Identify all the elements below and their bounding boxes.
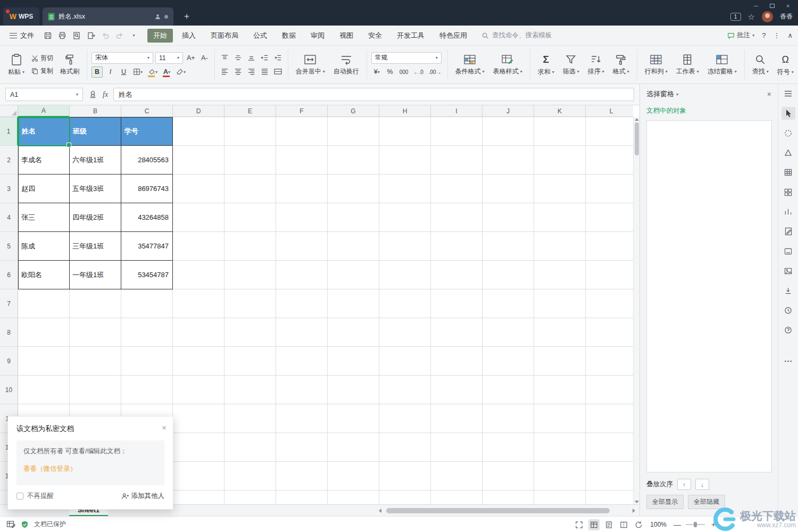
cell-D6[interactable] <box>173 261 225 289</box>
cell-D5[interactable] <box>173 232 225 261</box>
help-button[interactable]: ? <box>762 31 766 39</box>
cell-J7[interactable] <box>483 289 534 318</box>
cell-F4[interactable] <box>276 203 328 232</box>
cell-F5[interactable] <box>276 232 328 261</box>
cell-F6[interactable] <box>276 261 328 289</box>
cell-D4[interactable] <box>173 203 225 232</box>
download-button[interactable] <box>782 284 795 297</box>
tab-developer[interactable]: 开发工具 <box>391 29 430 43</box>
workspace-badge[interactable]: 1 <box>730 13 741 21</box>
cell-B6[interactable]: 一年级1班 <box>70 261 121 289</box>
cell-A6[interactable]: 欧阳名 <box>18 261 70 289</box>
file-menu-button[interactable]: 文件 <box>5 29 38 43</box>
cell-L2[interactable] <box>586 146 633 174</box>
cell-G12[interactable] <box>328 433 379 462</box>
cell-K9[interactable] <box>534 347 586 376</box>
cell-G5[interactable] <box>328 232 379 261</box>
user-avatar[interactable] <box>762 11 773 22</box>
image-button[interactable] <box>782 264 795 277</box>
cell-H10[interactable] <box>379 376 431 404</box>
number-format-select[interactable]: 常规▾ <box>371 52 442 64</box>
row-header-3[interactable]: 3 <box>0 174 18 203</box>
cell-H8[interactable] <box>379 318 431 347</box>
cell-C5[interactable]: 35477847 <box>121 232 173 261</box>
cell-H4[interactable] <box>379 203 431 232</box>
zoom-level[interactable]: 100% <box>650 521 667 528</box>
cell-C1[interactable]: 学号 <box>121 117 173 146</box>
cell-I11[interactable] <box>431 404 483 433</box>
maximize-button[interactable] <box>764 1 780 11</box>
align-right-button[interactable] <box>246 66 257 77</box>
scroll-up-icon[interactable] <box>635 118 639 121</box>
zoom-slider-thumb[interactable] <box>694 522 697 527</box>
cell-D13[interactable] <box>173 462 225 491</box>
cell-K3[interactable] <box>534 174 586 203</box>
cell-L5[interactable] <box>586 232 633 261</box>
cell-A3[interactable]: 赵四 <box>18 174 70 203</box>
cell-H2[interactable] <box>379 146 431 174</box>
cell-D14[interactable] <box>173 491 225 504</box>
redo-button[interactable] <box>113 29 126 41</box>
cell-L14[interactable] <box>586 491 633 504</box>
cell-I3[interactable] <box>431 174 483 203</box>
align-left-button[interactable] <box>219 66 230 77</box>
cut-button[interactable]: 剪切 <box>30 53 55 63</box>
cell-E10[interactable] <box>225 376 276 404</box>
cell-I10[interactable] <box>431 376 483 404</box>
cell-B3[interactable]: 五年级3班 <box>70 174 121 203</box>
scroll-left-icon[interactable] <box>379 509 381 513</box>
minimize-button[interactable]: ─ <box>748 1 764 11</box>
increase-font-button[interactable]: A+ <box>185 52 197 63</box>
print-preview-button[interactable] <box>70 29 82 41</box>
new-tab-button[interactable]: + <box>181 11 193 22</box>
cell-B10[interactable] <box>70 376 121 404</box>
cell-H1[interactable] <box>379 117 431 146</box>
vertical-scrollbar[interactable] <box>633 117 639 504</box>
save-button[interactable] <box>41 29 54 41</box>
cell-J10[interactable] <box>483 376 534 404</box>
cell-F3[interactable] <box>276 174 328 203</box>
font-name-select[interactable]: 宋体▾ <box>92 52 153 64</box>
cell-H12[interactable] <box>379 433 431 462</box>
decrease-font-button[interactable]: A- <box>199 52 210 63</box>
underline-button[interactable]: U <box>118 66 129 78</box>
cell-L13[interactable] <box>586 462 633 491</box>
row-header-5[interactable]: 5 <box>0 232 18 261</box>
currency-format-button[interactable]: ¥▾ <box>371 66 383 78</box>
cell-E13[interactable] <box>225 462 276 491</box>
comment-button[interactable]: 批注▾ <box>727 31 754 40</box>
page-break-view-button[interactable] <box>618 519 629 530</box>
cell-L7[interactable] <box>586 289 633 318</box>
quick-toolbar-dropdown[interactable]: ▾ <box>128 29 140 41</box>
document-tab[interactable]: 姓名.xlsx <box>43 7 173 26</box>
paste-button[interactable]: 粘贴▾ <box>5 52 28 78</box>
tab-formulas[interactable]: 公式 <box>247 29 273 43</box>
horizontal-scrollbar-thumb[interactable] <box>386 508 610 513</box>
cell-C8[interactable] <box>121 318 173 347</box>
column-header-E[interactable]: E <box>225 105 276 117</box>
row-header-4[interactable]: 4 <box>0 203 18 232</box>
cell-L9[interactable] <box>586 347 633 376</box>
cell-I1[interactable] <box>431 117 483 146</box>
more-options-button[interactable]: ⋮ <box>773 31 780 39</box>
column-header-D[interactable]: D <box>173 105 225 117</box>
show-all-button[interactable]: 全部显示 <box>646 495 684 509</box>
table-tool-icon[interactable] <box>6 520 15 528</box>
cell-G8[interactable] <box>328 318 379 347</box>
cell-K2[interactable] <box>534 146 586 174</box>
cell-G9[interactable] <box>328 347 379 376</box>
cell-L11[interactable] <box>586 404 633 433</box>
increase-decimal-button[interactable]: ←.0 <box>412 66 425 78</box>
cell-D2[interactable] <box>173 146 225 174</box>
cell-D8[interactable] <box>173 318 225 347</box>
column-header-A[interactable]: A <box>18 105 70 117</box>
cell-J14[interactable] <box>483 491 534 504</box>
cell-A8[interactable] <box>18 318 70 347</box>
cell-C6[interactable]: 53454787 <box>121 261 173 289</box>
thousand-separator-button[interactable]: 000 <box>398 66 410 78</box>
horizontal-scrollbar[interactable] <box>379 506 635 515</box>
styles-button[interactable] <box>782 186 795 198</box>
cell-H5[interactable] <box>379 232 431 261</box>
align-bottom-button[interactable] <box>246 52 257 63</box>
cell-F12[interactable] <box>276 433 328 462</box>
